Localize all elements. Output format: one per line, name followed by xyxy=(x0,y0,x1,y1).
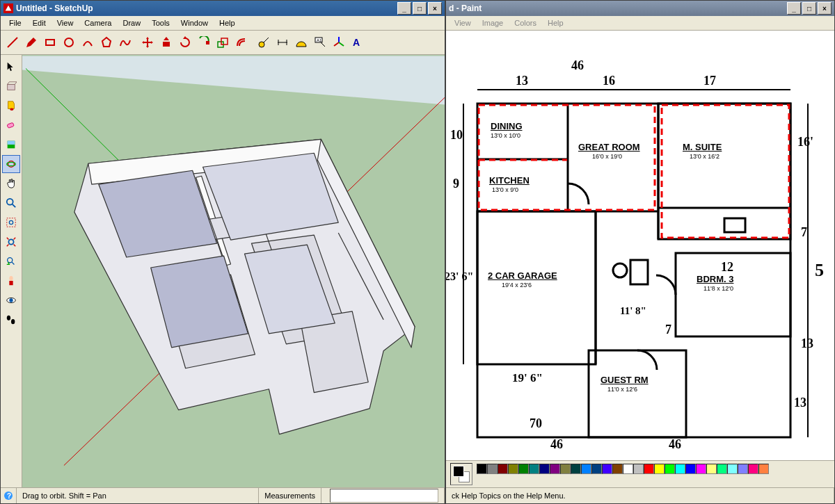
tool-previous-icon[interactable] xyxy=(2,252,20,270)
tool-move-icon[interactable] xyxy=(138,33,157,51)
tool-dimension-icon[interactable] xyxy=(273,33,292,51)
palette-current[interactable] xyxy=(450,463,472,485)
palette-swatch[interactable] xyxy=(706,464,717,474)
measurements-input[interactable] xyxy=(330,489,438,503)
menu-camera[interactable]: Camera xyxy=(79,17,117,29)
menu-window[interactable]: Window xyxy=(175,17,214,29)
tool-component-icon[interactable] xyxy=(2,77,20,95)
tool-arc-icon[interactable] xyxy=(79,33,97,51)
palette-swatch[interactable] xyxy=(727,464,738,474)
palette-swatch[interactable] xyxy=(623,464,633,474)
menu-image[interactable]: Image xyxy=(477,17,509,29)
sketchup-titlebar[interactable]: Untitled - SketchUp _ □ × xyxy=(1,1,445,16)
palette-swatch[interactable] xyxy=(477,464,487,474)
tool-pencil-icon[interactable] xyxy=(22,33,40,51)
palette-swatch[interactable] xyxy=(487,464,498,474)
paint-window: d - Paint _ □ × View Image Colors Help xyxy=(445,0,835,504)
tool-orbit-icon[interactable] xyxy=(2,155,20,173)
tool-circle-icon[interactable] xyxy=(60,33,78,51)
tool-text-icon[interactable]: A1 xyxy=(311,33,329,51)
anno: 5 xyxy=(815,260,824,281)
paint-status-hint: ck Help Topics on the Help Menu. xyxy=(446,488,834,503)
tool-followme-icon[interactable] xyxy=(195,33,213,51)
tool-rotate-icon[interactable] xyxy=(176,33,194,51)
tool-rectangle-icon[interactable] xyxy=(41,33,59,51)
help-icon[interactable]: ? xyxy=(1,488,17,503)
tool-position-icon[interactable] xyxy=(2,272,20,290)
palette-swatch[interactable] xyxy=(696,464,706,474)
minimize-button[interactable]: _ xyxy=(787,2,801,15)
anno: 7 xyxy=(801,225,807,240)
palette-swatch[interactable] xyxy=(748,464,758,474)
tool-tape-icon[interactable] xyxy=(255,33,273,51)
menu-edit[interactable]: Edit xyxy=(27,17,51,29)
paint-title: d - Paint xyxy=(449,3,787,13)
paint-titlebar[interactable]: d - Paint _ □ × xyxy=(446,1,834,16)
svg-rect-5 xyxy=(163,42,170,47)
palette-swatch[interactable] xyxy=(550,464,560,474)
palette-swatch[interactable] xyxy=(612,464,623,474)
menu-file[interactable]: File xyxy=(3,17,27,29)
palette-swatch[interactable] xyxy=(758,464,769,474)
tool-protractor-icon[interactable] xyxy=(292,33,310,51)
palette-swatch[interactable] xyxy=(738,464,748,474)
palette-swatch[interactable] xyxy=(685,464,696,474)
menu-colors[interactable]: Colors xyxy=(509,17,542,29)
svg-rect-36 xyxy=(9,281,13,285)
palette-swatch[interactable] xyxy=(529,464,539,474)
paint-canvas[interactable]: DINING 13'0 x 10'0 GREAT ROOM 16'0 x 19'… xyxy=(446,31,834,460)
palette-swatch[interactable] xyxy=(581,464,591,474)
palette-swatch[interactable] xyxy=(518,464,529,474)
tool-zoom-icon[interactable] xyxy=(2,194,20,212)
menu-view[interactable]: View xyxy=(51,17,79,29)
minimize-button[interactable]: _ xyxy=(397,2,411,15)
tool-select-icon[interactable] xyxy=(2,58,20,76)
anno: 13 xyxy=(801,336,813,351)
room-msuite-dim: 13'0 x 16'2 xyxy=(690,153,719,160)
measurements-label: Measurements xyxy=(259,488,321,503)
sketchup-viewport[interactable] xyxy=(22,55,445,487)
tool-pan-icon[interactable] xyxy=(2,174,20,193)
palette-swatch[interactable] xyxy=(571,464,581,474)
tool-axes-icon[interactable] xyxy=(330,33,348,51)
palette-swatch[interactable] xyxy=(498,464,508,474)
menu-tools[interactable]: Tools xyxy=(146,17,175,29)
tool-freehand-icon[interactable] xyxy=(116,33,134,51)
tool-paint-icon[interactable] xyxy=(2,97,20,115)
tool-styles-icon[interactable] xyxy=(2,136,20,154)
tool-offset-icon[interactable] xyxy=(232,33,250,51)
palette-swatch[interactable] xyxy=(644,464,654,474)
tool-polygon-icon[interactable] xyxy=(97,33,116,51)
palette-swatch[interactable] xyxy=(654,464,665,474)
palette-swatch[interactable] xyxy=(602,464,612,474)
palette-swatch[interactable] xyxy=(591,464,602,474)
tool-line-icon[interactable] xyxy=(3,33,22,51)
tool-look-icon[interactable] xyxy=(2,291,20,309)
close-button[interactable]: × xyxy=(818,2,832,15)
tool-eraser-icon[interactable] xyxy=(2,116,20,134)
sketchup-side-toolbar xyxy=(1,55,22,487)
tool-scale-icon[interactable] xyxy=(214,33,232,51)
palette-swatch[interactable] xyxy=(717,464,727,474)
palette-swatch[interactable] xyxy=(560,464,571,474)
tool-3dtext-icon[interactable]: A xyxy=(349,33,367,51)
palette-swatch[interactable] xyxy=(539,464,550,474)
maximize-button[interactable]: □ xyxy=(802,2,816,15)
tool-pushpull-icon[interactable] xyxy=(157,33,175,51)
anno: 16 xyxy=(603,74,615,88)
tool-zoomwindow-icon[interactable] xyxy=(2,213,20,231)
sketchup-window: Untitled - SketchUp _ □ × File Edit View… xyxy=(0,0,445,504)
menu-draw[interactable]: Draw xyxy=(117,17,146,29)
tool-walk-icon[interactable] xyxy=(2,311,20,329)
close-button[interactable]: × xyxy=(428,2,442,15)
palette-swatch[interactable] xyxy=(633,464,644,474)
palette-swatch[interactable] xyxy=(508,464,518,474)
palette-swatch[interactable] xyxy=(675,464,685,474)
svg-point-29 xyxy=(7,199,13,205)
menu-view[interactable]: View xyxy=(449,17,477,29)
maximize-button[interactable]: □ xyxy=(413,2,427,15)
menu-help[interactable]: Help xyxy=(214,17,241,29)
tool-zoomextents-icon[interactable] xyxy=(2,233,20,251)
menu-help[interactable]: Help xyxy=(542,17,569,29)
palette-swatch[interactable] xyxy=(665,464,675,474)
